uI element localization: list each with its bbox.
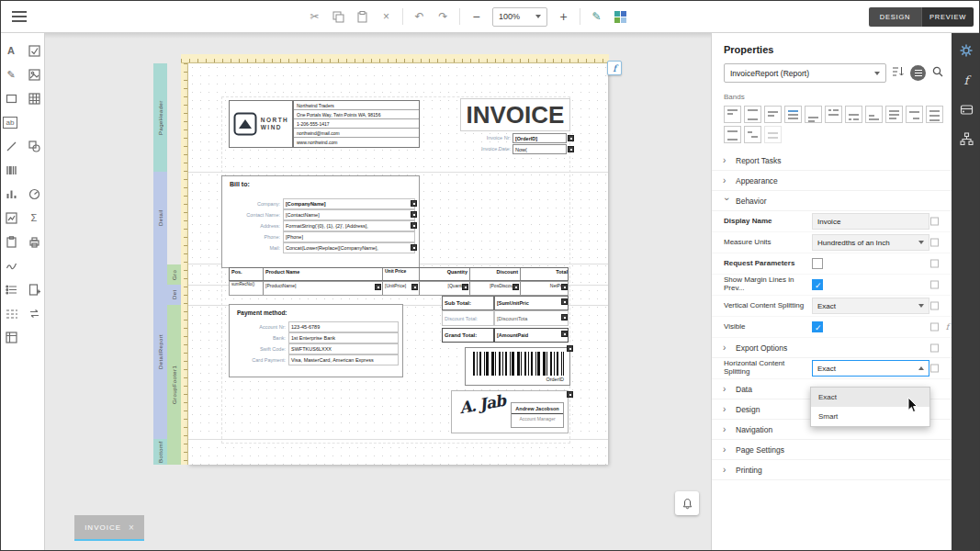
company-info-row[interactable]: 1-206-555-1417 xyxy=(294,119,419,129)
band-page-header[interactable]: PageHeader xyxy=(153,63,167,172)
lock-badge-icon[interactable] xyxy=(568,146,574,152)
cut-icon[interactable]: ✂ xyxy=(307,9,322,25)
prop-mini-checkbox[interactable] xyxy=(930,365,939,373)
company-logo-element[interactable]: NORTH WIND xyxy=(229,100,293,148)
band-icon-hierarchical[interactable] xyxy=(744,126,761,143)
band-icon-overlay[interactable] xyxy=(906,106,923,123)
settings-gear-icon[interactable] xyxy=(958,42,974,59)
band-bottom[interactable]: Bottomf xyxy=(153,439,167,465)
header-cell[interactable]: Discount xyxy=(470,268,521,280)
bill-row[interactable]: Mail: Concat(Lower(Replace([CompanyName]… xyxy=(228,242,415,253)
payment-row[interactable]: Card Payment: Visa, MasterCard, American… xyxy=(235,354,399,365)
band-det[interactable]: Det xyxy=(167,285,181,305)
company-info-row[interactable]: Northwind Traders xyxy=(294,101,419,110)
band-icon-page-header[interactable] xyxy=(744,106,761,123)
lock-badge-icon[interactable] xyxy=(568,135,574,141)
bill-row[interactable]: Address: FormatString('{0}, {1}, {2}', [… xyxy=(228,220,415,231)
rectangle-tool-icon[interactable] xyxy=(3,90,19,107)
band-icon-column-header[interactable] xyxy=(825,106,842,123)
band-icon-group-footer[interactable] xyxy=(805,106,822,123)
swap-component-icon[interactable] xyxy=(26,305,42,321)
delete-icon[interactable]: × xyxy=(378,9,394,25)
lock-badge-icon[interactable] xyxy=(411,211,417,218)
sub-total-value[interactable]: [SumUnitPric xyxy=(494,296,569,310)
payment-row-value[interactable]: 1st Enterprise Bank xyxy=(288,332,399,343)
copy-icon[interactable] xyxy=(331,9,346,25)
invoice-nr-value[interactable]: [OrderID] xyxy=(513,133,567,143)
band-icon-column-footer[interactable] xyxy=(845,106,862,123)
show-margin-checkbox[interactable] xyxy=(812,279,823,290)
header-cell[interactable]: Pos. xyxy=(230,268,264,280)
style-pencil-icon[interactable]: ✎ xyxy=(589,9,604,25)
report-page[interactable]: NORTH WIND Northwind Traders One Portals… xyxy=(188,63,608,465)
zoom-level-select[interactable]: 100% xyxy=(492,7,547,27)
band-detail[interactable]: Detail xyxy=(153,172,167,264)
horizontal-split-select[interactable]: Exact xyxy=(812,360,929,377)
header-cell[interactable]: Quantity xyxy=(420,268,470,280)
company-info-table[interactable]: Northwind Traders One Portals Way, Twin … xyxy=(293,100,420,148)
hamburger-menu-icon[interactable] xyxy=(12,11,27,22)
invoice-date-value[interactable]: Now( xyxy=(513,144,567,154)
band-group-header[interactable]: Gro xyxy=(167,264,181,285)
lock-badge-icon[interactable] xyxy=(561,314,568,320)
company-info-row[interactable]: www.northwind.com xyxy=(294,138,419,147)
prop-mini-checkbox[interactable] xyxy=(930,281,939,289)
vertical-split-select[interactable]: Exact xyxy=(812,298,929,314)
bill-row-value[interactable]: [ContactName] xyxy=(283,209,415,220)
bill-to-panel[interactable]: Bill to: Company: [CompanyName] Contact … xyxy=(221,175,420,268)
payment-row[interactable]: Swift Code: SWFTKUS6LXXX xyxy=(235,343,399,354)
header-cell[interactable]: Unit Price xyxy=(383,268,420,280)
band-icon-group-header[interactable] xyxy=(764,106,782,123)
band-icon-report-summary[interactable] xyxy=(885,106,903,123)
search-icon[interactable] xyxy=(931,65,944,82)
sub-total-row[interactable]: Sub Total: [SumUnitPric xyxy=(442,296,569,310)
shapes-tool-icon[interactable] xyxy=(26,138,42,154)
bill-row-value[interactable]: Concat(Lower(Replace([CompanyName], xyxy=(283,242,415,253)
table-tool-icon[interactable] xyxy=(26,90,42,107)
company-info-row[interactable]: northwind@mail.com xyxy=(294,129,419,138)
invoice-title-element[interactable]: INVOICE xyxy=(460,98,570,131)
section-printing[interactable]: ›Printing xyxy=(712,460,952,480)
list-component-icon[interactable] xyxy=(3,281,19,298)
band-icon-empty[interactable] xyxy=(724,126,741,143)
preview-mode-button[interactable]: PREVIEW xyxy=(921,7,974,27)
discount-total-value[interactable]: [DiscountTota xyxy=(494,310,569,326)
band-icon-report-title[interactable] xyxy=(724,106,741,123)
lock-badge-icon[interactable] xyxy=(567,345,573,352)
functions-icon[interactable]: f xyxy=(958,72,974,88)
detail-cell[interactable]: [ProductName] xyxy=(264,282,383,295)
payment-row-value[interactable]: 123-45-6789 xyxy=(288,321,399,332)
discount-total-row[interactable]: Discount Total: [DiscountTota xyxy=(442,310,569,326)
report-tree-icon[interactable] xyxy=(958,130,974,147)
lock-badge-icon[interactable] xyxy=(462,284,468,290)
payment-method-panel[interactable]: Payment method: Account Nr: 123-45-6789 … xyxy=(229,304,403,377)
checkbox-tool-icon[interactable] xyxy=(26,42,42,59)
lock-badge-icon[interactable] xyxy=(411,222,417,229)
bill-row-value[interactable]: FormatString('{0}, {1}, {2}', [Address], xyxy=(283,220,415,231)
detail-cell[interactable]: sumRecNo() xyxy=(230,282,264,295)
bill-to-header[interactable]: Bill to: xyxy=(230,181,250,187)
bill-row[interactable]: Company: [CompanyName] xyxy=(228,198,415,209)
prop-mini-checkbox[interactable] xyxy=(930,218,939,226)
dictionary-icon[interactable] xyxy=(958,101,974,118)
gauge-tool-icon[interactable] xyxy=(26,186,42,202)
lock-badge-icon[interactable] xyxy=(411,200,417,207)
section-page-settings[interactable]: ›Page Settings xyxy=(712,440,952,460)
section-behavior[interactable]: ›Behavior xyxy=(712,191,952,211)
sort-az-icon[interactable] xyxy=(892,65,905,82)
band-icon-data[interactable] xyxy=(784,106,802,123)
section-appearance[interactable]: ›Appearance xyxy=(712,171,952,191)
categories-toggle-icon[interactable] xyxy=(910,65,926,81)
lock-badge-icon[interactable] xyxy=(567,391,573,398)
display-name-input[interactable]: Invoice xyxy=(812,213,929,230)
printer-tool-icon[interactable] xyxy=(26,233,42,250)
prop-mini-checkbox[interactable] xyxy=(930,260,939,268)
formula-float-button[interactable]: f xyxy=(607,61,622,75)
sparkline-tool-icon[interactable] xyxy=(3,209,19,226)
request-parameters-checkbox[interactable] xyxy=(812,258,823,269)
payment-row[interactable]: Bank: 1st Enterprise Bank xyxy=(235,332,399,343)
sum-tool-icon[interactable]: Σ xyxy=(26,209,42,226)
bill-row-value[interactable]: [CompanyName] xyxy=(283,198,415,209)
close-icon[interactable]: × xyxy=(129,523,134,533)
lock-badge-icon[interactable] xyxy=(561,284,568,290)
